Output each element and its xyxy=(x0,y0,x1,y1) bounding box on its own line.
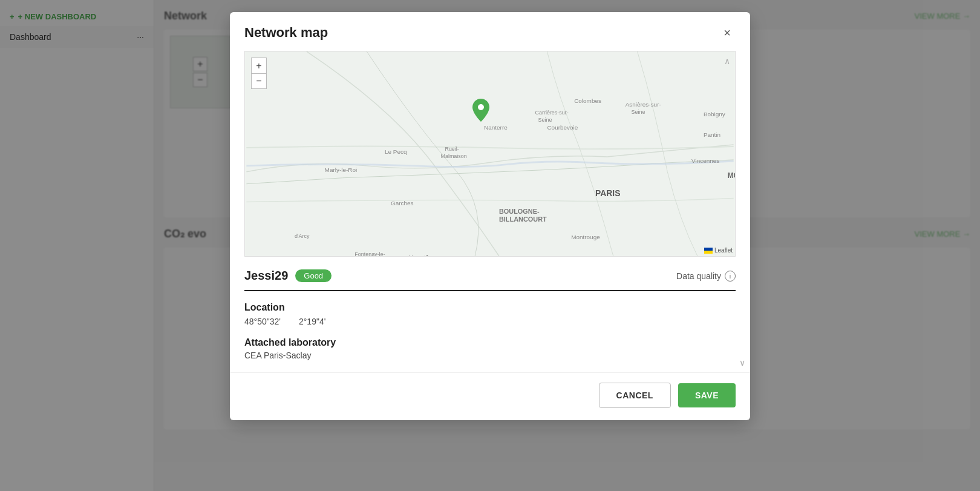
scroll-up-indicator: ∧ xyxy=(724,56,730,66)
location-lon: 2°19"4' xyxy=(299,317,325,326)
svg-text:Bobigny: Bobigny xyxy=(704,111,725,117)
svg-text:Garches: Garches xyxy=(391,200,414,206)
svg-text:BILLANCOURT: BILLANCOURT xyxy=(499,216,547,223)
map-zoom-out-button[interactable]: − xyxy=(251,73,267,89)
location-section: Location 48°50"32' 2°19"4' xyxy=(244,302,736,326)
location-lat: 48°50"32' xyxy=(244,317,281,326)
svg-text:Malmaison: Malmaison xyxy=(440,153,466,159)
modal-overlay: Network map × xyxy=(0,0,980,491)
location-title: Location xyxy=(244,302,736,313)
location-values: 48°50"32' 2°19"4' xyxy=(244,317,736,326)
cancel-button[interactable]: CANCEL xyxy=(599,383,671,408)
svg-text:Fontenay-le-: Fontenay-le- xyxy=(354,251,385,256)
svg-text:Nanterre: Nanterre xyxy=(484,124,508,131)
svg-text:PARIS: PARIS xyxy=(595,188,620,198)
save-button[interactable]: SAVE xyxy=(678,383,736,407)
data-quality-button[interactable]: Data quality i xyxy=(676,271,736,282)
laboratory-value: CEA Paris-Saclay xyxy=(244,351,736,360)
svg-text:MONTREUIL: MONTREUIL xyxy=(728,171,735,180)
modal-body: Jessi29 Good Data quality i Location 48°… xyxy=(230,257,750,372)
leaflet-attribution: Leaflet xyxy=(704,247,733,254)
scroll-down-indicator: ∨ xyxy=(739,358,745,367)
svg-text:Carrières-sur-: Carrières-sur- xyxy=(535,110,569,116)
svg-text:Pantin: Pantin xyxy=(704,131,720,138)
leaflet-label: Leaflet xyxy=(714,247,733,254)
leaflet-flag-icon xyxy=(704,248,713,254)
svg-rect-0 xyxy=(246,51,733,256)
map-zoom-controls: + − xyxy=(251,58,267,89)
svg-text:Seine: Seine xyxy=(632,109,645,115)
station-name-row: Jessi29 Good xyxy=(244,269,332,283)
svg-text:Courbevoie: Courbevoie xyxy=(547,124,578,131)
svg-text:d'Arcy: d'Arcy xyxy=(295,233,310,239)
svg-text:Rueil-: Rueil- xyxy=(445,146,459,152)
laboratory-title: Attached laboratory xyxy=(244,337,736,348)
svg-text:Colombes: Colombes xyxy=(574,97,601,104)
modal-map[interactable]: Colombes Carrières-sur- Seine Asnières-s… xyxy=(244,51,736,257)
svg-text:Seine: Seine xyxy=(538,117,552,123)
data-quality-label: Data quality xyxy=(676,271,721,281)
svg-text:Asnières-sur-: Asnières-sur- xyxy=(626,101,661,108)
info-icon: i xyxy=(725,271,736,282)
station-badge: Good xyxy=(295,269,332,282)
modal-footer: CANCEL SAVE xyxy=(230,372,750,420)
svg-text:Vincennes: Vincennes xyxy=(691,157,719,164)
modal-close-button[interactable]: × xyxy=(719,24,736,41)
svg-text:Versailles: Versailles xyxy=(409,254,435,256)
laboratory-section: Attached laboratory CEA Paris-Saclay xyxy=(244,337,736,360)
network-map-modal: Network map × xyxy=(230,12,750,420)
station-name: Jessi29 xyxy=(244,269,288,283)
modal-header: Network map × xyxy=(230,12,750,51)
svg-text:Montrouge: Montrouge xyxy=(571,234,600,240)
svg-point-43 xyxy=(478,104,484,110)
svg-text:Marly-le-Roi: Marly-le-Roi xyxy=(325,166,358,173)
svg-text:Le Pecq: Le Pecq xyxy=(385,148,407,155)
map-pin xyxy=(472,99,490,124)
station-header: Jessi29 Good Data quality i xyxy=(244,269,736,291)
modal-title: Network map xyxy=(244,25,328,41)
map-svg: Colombes Carrières-sur- Seine Asnières-s… xyxy=(245,51,735,256)
svg-text:BOULOGNE-: BOULOGNE- xyxy=(499,208,540,215)
map-zoom-in-button[interactable]: + xyxy=(251,58,267,73)
